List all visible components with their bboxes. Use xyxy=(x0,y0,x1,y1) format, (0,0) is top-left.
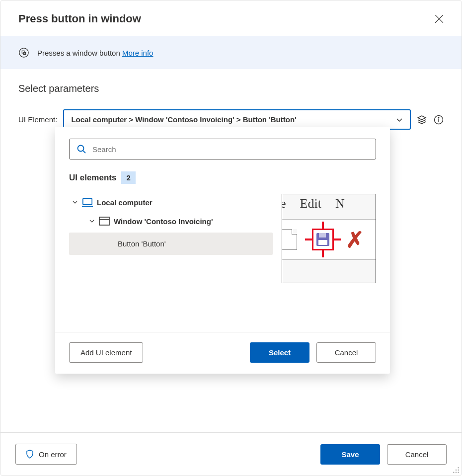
tree-item-label: Local computer xyxy=(97,198,153,207)
window-icon xyxy=(99,217,110,226)
tree-item-label: Button 'Button' xyxy=(118,239,166,248)
preview-text-fragment: N xyxy=(335,196,345,211)
search-box[interactable] xyxy=(69,139,376,159)
popup-footer: Add UI element Select Cancel xyxy=(69,342,376,363)
cancel-button[interactable]: Cancel xyxy=(387,444,447,465)
on-error-label: On error xyxy=(39,450,67,459)
preview-text-fragment: Edit xyxy=(300,196,321,211)
tree-area: Local computer Window 'Contoso Invoicing… xyxy=(69,193,376,292)
svg-point-17 xyxy=(458,470,459,471)
tree-item-button[interactable]: Button 'Button' xyxy=(69,233,273,255)
search-input[interactable] xyxy=(92,145,369,154)
preview-toolbar: ✗ xyxy=(282,219,376,260)
chevron-down-icon xyxy=(89,218,95,224)
tree-title: UI elements xyxy=(69,173,116,183)
tree-item-root[interactable]: Local computer xyxy=(69,193,273,212)
ui-element-picker-popup: UI elements 2 Local computer xyxy=(55,127,390,374)
side-icons xyxy=(417,115,444,125)
save-button[interactable]: Save xyxy=(320,444,380,465)
shield-icon xyxy=(26,450,34,459)
computer-icon xyxy=(82,198,93,207)
search-icon xyxy=(77,144,86,154)
dropdown-value: Local computer > Window 'Contoso Invoici… xyxy=(71,115,296,124)
tree-item-label: Window 'Contoso Invoicing' xyxy=(114,217,213,226)
svg-point-15 xyxy=(458,467,459,468)
svg-point-8 xyxy=(438,117,439,118)
svg-point-16 xyxy=(456,470,457,471)
preview-text-fragment: e xyxy=(282,196,286,211)
add-ui-element-button[interactable]: Add UI element xyxy=(69,342,143,363)
select-button[interactable]: Select xyxy=(250,342,309,363)
tree-item-window[interactable]: Window 'Contoso Invoicing' xyxy=(69,212,273,231)
count-badge: 2 xyxy=(121,171,135,184)
on-error-button[interactable]: On error xyxy=(15,444,77,465)
dialog-title: Press button in window xyxy=(18,12,141,25)
save-floppy-icon xyxy=(316,233,329,246)
picker-cancel-button[interactable]: Cancel xyxy=(316,342,376,363)
dialog-header: Press button in window xyxy=(0,0,462,36)
svg-point-19 xyxy=(456,472,457,473)
more-info-link[interactable]: More info xyxy=(122,49,154,57)
action-icon xyxy=(18,47,29,58)
svg-point-20 xyxy=(458,472,459,473)
preview-delete-icon: ✗ xyxy=(346,227,364,252)
banner-text: Presses a window button More info xyxy=(37,49,153,57)
chevron-down-icon xyxy=(72,199,78,205)
info-banner: Presses a window button More info xyxy=(0,36,462,69)
svg-point-2 xyxy=(19,48,28,57)
layers-icon[interactable] xyxy=(417,115,427,125)
tree-header: UI elements 2 xyxy=(69,171,376,184)
svg-marker-5 xyxy=(418,116,426,120)
dialog-window: Press button in window Presses a window … xyxy=(0,0,462,476)
dialog-body: Select parameters UI Element: Local comp… xyxy=(0,69,462,432)
resize-grip-icon[interactable] xyxy=(453,467,460,474)
dialog-footer: On error Save Cancel xyxy=(0,432,462,476)
svg-point-9 xyxy=(78,146,84,152)
info-icon[interactable] xyxy=(434,115,444,125)
section-title: Select parameters xyxy=(18,83,444,94)
preview-document-icon xyxy=(282,229,297,250)
svg-rect-13 xyxy=(99,217,109,225)
ui-tree: Local computer Window 'Contoso Invoicing… xyxy=(69,193,273,292)
svg-rect-11 xyxy=(83,199,92,205)
divider xyxy=(55,332,390,332)
preview-menubar: e Edit N xyxy=(282,196,376,211)
chevron-down-icon xyxy=(396,116,403,123)
preview-target-highlight xyxy=(307,224,339,255)
banner-text-content: Presses a window button xyxy=(37,49,122,57)
param-label: UI Element: xyxy=(18,115,57,124)
svg-line-10 xyxy=(83,151,85,153)
svg-point-18 xyxy=(453,472,454,473)
element-preview: e Edit N ✗ xyxy=(282,194,376,283)
close-icon[interactable] xyxy=(435,14,444,23)
